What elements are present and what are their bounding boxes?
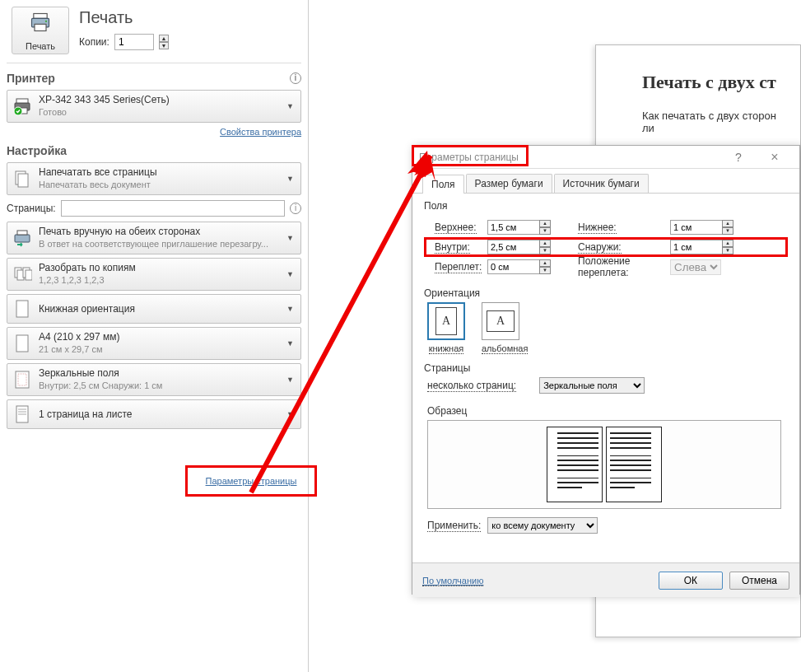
spinner[interactable]: ▲▼ bbox=[539, 240, 551, 254]
cancel-button[interactable]: Отмена bbox=[729, 572, 789, 590]
svg-rect-10 bbox=[15, 235, 30, 242]
orientation-icon bbox=[11, 297, 34, 320]
orientation-landscape[interactable]: A альбомная bbox=[482, 302, 528, 354]
tab-paper-size[interactable]: Размер бумаги bbox=[466, 174, 552, 193]
collate-sub: 1,2,3 1,2,3 1,2,3 bbox=[39, 274, 297, 287]
collate-title: Разобрать по копиям bbox=[39, 262, 297, 274]
collate-dropdown[interactable]: Разобрать по копиям 1,2,3 1,2,3 1,2,3 ▼ bbox=[7, 258, 301, 291]
chevron-down-icon: ▼ bbox=[286, 175, 294, 183]
spinner[interactable]: ▲▼ bbox=[722, 220, 733, 235]
multi-pages-select[interactable]: Зеркальные поля bbox=[539, 377, 645, 394]
fields-group-title: Поля bbox=[424, 200, 788, 212]
copies-label: Копии: bbox=[79, 36, 109, 48]
margins-icon bbox=[11, 368, 34, 391]
margin-gutter-label: Переплет: bbox=[435, 261, 482, 273]
settings-section-title: Настройка bbox=[7, 144, 67, 157]
margins-dropdown[interactable]: Зеркальные поля Внутри: 2,5 см Снаружи: … bbox=[7, 363, 301, 396]
margin-outside-label: Снаружи: bbox=[578, 241, 622, 254]
chevron-down-icon: ▼ bbox=[286, 270, 294, 278]
info-icon[interactable]: i bbox=[290, 203, 301, 214]
paper-sub: 21 см x 29,7 см bbox=[39, 343, 297, 356]
print-panel: Печать Печать Копии: ▲▼ Принтер i XP-342… bbox=[0, 0, 309, 672]
pages-per-sheet-icon bbox=[11, 403, 34, 426]
tab-paper-source[interactable]: Источник бумаги bbox=[554, 174, 649, 193]
paper-icon bbox=[11, 332, 34, 355]
copies-input[interactable] bbox=[114, 34, 154, 50]
spinner[interactable]: ▲▼ bbox=[539, 259, 551, 274]
margin-inside-label: Внутри: bbox=[435, 241, 470, 254]
printer-section-title: Принтер bbox=[7, 72, 55, 85]
apply-to-label: Применить: bbox=[427, 520, 481, 532]
chevron-down-icon: ▼ bbox=[286, 410, 294, 418]
apply-to-select[interactable]: ко всему документу bbox=[487, 517, 598, 534]
print-range-title: Напечатать все страницы bbox=[39, 166, 297, 179]
margin-top-input[interactable] bbox=[487, 220, 540, 235]
margin-inside-input[interactable] bbox=[487, 240, 540, 254]
close-button[interactable]: × bbox=[757, 148, 793, 166]
margins-title: Зеркальные поля bbox=[39, 367, 297, 380]
margins-sub: Внутри: 2,5 см Снаружи: 1 см bbox=[39, 380, 297, 392]
gutter-position-label: Положение переплета: bbox=[563, 255, 670, 278]
svg-rect-2 bbox=[35, 24, 46, 30]
chevron-down-icon: ▼ bbox=[286, 234, 294, 242]
svg-rect-11 bbox=[17, 231, 27, 235]
paper-title: A4 (210 x 297 мм) bbox=[39, 331, 297, 343]
pages-per-sheet-dropdown[interactable]: 1 страница на листе ▼ bbox=[7, 399, 301, 429]
print-range-sub: Напечатать весь документ bbox=[39, 179, 297, 191]
ppp-title: 1 страница на листе bbox=[39, 408, 297, 421]
orientation-dropdown[interactable]: Книжная ориентация ▼ bbox=[7, 294, 301, 324]
print-button[interactable]: Печать bbox=[12, 7, 69, 54]
ok-button[interactable]: ОК bbox=[659, 572, 723, 590]
printer-status-icon bbox=[11, 95, 34, 118]
page-setup-link-highlight: Параметры страницы bbox=[185, 465, 317, 497]
print-title: Печать bbox=[79, 8, 169, 27]
pages-label: Страницы: bbox=[7, 203, 56, 214]
chevron-down-icon: ▼ bbox=[286, 339, 294, 348]
duplex-dropdown[interactable]: Печать вручную на обеих сторонах В ответ… bbox=[7, 222, 301, 254]
svg-rect-9 bbox=[18, 174, 28, 187]
duplex-icon bbox=[11, 226, 34, 250]
svg-rect-15 bbox=[26, 270, 32, 280]
default-button[interactable]: По умолчанию bbox=[422, 576, 483, 586]
help-button[interactable]: ? bbox=[720, 148, 757, 166]
print-range-dropdown[interactable]: Напечатать все страницы Напечатать весь … bbox=[7, 162, 301, 195]
spinner[interactable]: ▲▼ bbox=[722, 240, 733, 254]
pages-group-title: Страницы bbox=[424, 362, 788, 374]
margin-gutter-input[interactable] bbox=[487, 259, 540, 274]
orientation-landscape-label: альбомная bbox=[482, 343, 528, 354]
paper-size-dropdown[interactable]: A4 (210 x 297 мм) 21 см x 29,7 см ▼ bbox=[7, 327, 301, 360]
info-icon[interactable]: i bbox=[290, 72, 301, 84]
doc-heading: Печать с двух ст bbox=[642, 72, 784, 93]
svg-point-3 bbox=[45, 21, 47, 22]
chevron-down-icon: ▼ bbox=[286, 376, 294, 384]
page-setup-link[interactable]: Параметры страницы bbox=[206, 476, 297, 486]
collate-icon bbox=[11, 263, 34, 286]
spinner[interactable]: ▲▼ bbox=[539, 220, 551, 235]
copies-spinner[interactable]: ▲▼ bbox=[159, 35, 169, 49]
margin-outside-input[interactable] bbox=[670, 240, 723, 254]
pages-icon bbox=[11, 167, 34, 190]
orientation-portrait-label: книжная bbox=[429, 343, 464, 354]
margin-bottom-input[interactable] bbox=[670, 220, 723, 235]
printer-properties-link[interactable]: Свойства принтера bbox=[220, 127, 301, 137]
pages-input[interactable] bbox=[61, 200, 285, 217]
duplex-title: Печать вручную на обеих сторонах bbox=[39, 226, 297, 238]
svg-rect-17 bbox=[16, 335, 28, 352]
dialog-tabs: Поля Размер бумаги Источник бумаги bbox=[412, 169, 799, 194]
printer-icon bbox=[12, 11, 68, 39]
doc-line1: Как печатать с двух сторон ли bbox=[642, 110, 784, 134]
dialog-title-highlight bbox=[412, 145, 529, 166]
duplex-sub: В ответ на соответствующее приглашение п… bbox=[39, 238, 297, 250]
printer-status: Готово bbox=[39, 106, 297, 119]
gutter-position-select: Слева bbox=[670, 259, 721, 275]
printer-name: XP-342 343 345 Series(Сеть) bbox=[39, 94, 297, 106]
print-button-label: Печать bbox=[12, 41, 68, 51]
svg-rect-0 bbox=[34, 14, 47, 19]
tab-fields[interactable]: Поля bbox=[422, 175, 464, 194]
sample-preview bbox=[427, 420, 781, 509]
orientation-portrait[interactable]: A книжная bbox=[427, 302, 465, 354]
margin-bottom-label: Нижнее: bbox=[578, 222, 617, 234]
printer-dropdown[interactable]: XP-342 343 345 Series(Сеть) Готово ▼ bbox=[7, 90, 301, 123]
orientation-title: Книжная ориентация bbox=[39, 303, 297, 315]
sample-group-title: Образец bbox=[427, 405, 788, 417]
